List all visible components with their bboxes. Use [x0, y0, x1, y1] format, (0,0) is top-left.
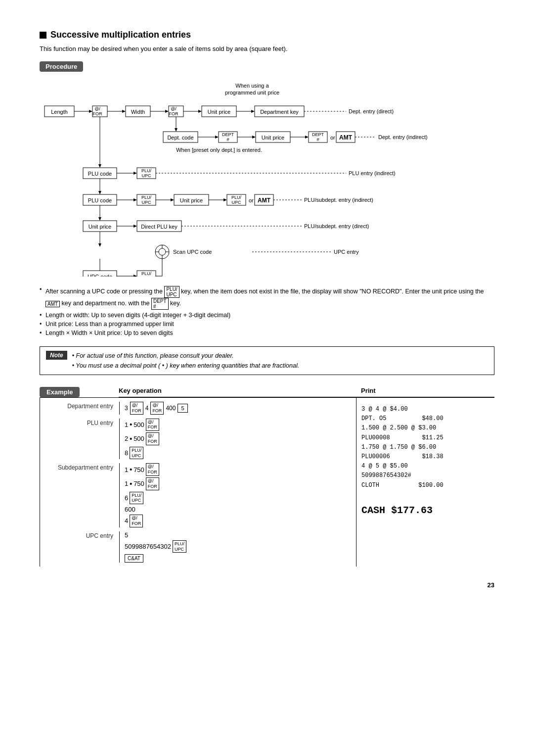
print-area: 3 @ 4 @ $4.00 DPT. O5 $48.00 1.500 @ 2.5…	[361, 402, 490, 521]
svg-text:or: or	[330, 135, 335, 141]
s750a: 750	[134, 466, 144, 473]
svg-text:Dept. code: Dept. code	[167, 135, 193, 141]
upc-entry-group: UPC entry 5 5099887654302 PLU/UPC C&AT	[45, 531, 351, 563]
svg-text:Unit price: Unit price	[180, 197, 203, 203]
svg-text:DEPT: DEPT	[312, 132, 324, 137]
plu-key-row-3: 8 PLU/UPC	[125, 447, 159, 460]
dot-4: •	[130, 480, 132, 488]
svg-marker-68	[134, 198, 137, 201]
upc-row-3: C&AT	[125, 554, 186, 563]
dept-entry-label: Department entry	[45, 402, 119, 410]
flowchart-svg: When using a programmed unit price Lengt…	[40, 79, 485, 277]
btn-5: 5	[178, 404, 187, 413]
subdept-entry-group: Subdepartment entry 1 • 750 @/FOR 1 • 75…	[45, 463, 351, 527]
upc-row-2: 5099887654302 PLU/UPC	[125, 540, 186, 553]
svg-marker-38	[252, 136, 256, 139]
sub-row-5: 4 @/FOR	[125, 515, 159, 527]
svg-text:@/: @/	[171, 106, 177, 111]
svg-text:UPC: UPC	[231, 200, 241, 205]
s1b: 1	[125, 480, 128, 487]
print-line-1: 3 @ 4 @ $4.00	[361, 405, 490, 414]
print-line-6: PLU00006 $18.38	[361, 452, 490, 462]
flowchart-area: When using a programmed unit price Lengt…	[40, 79, 494, 278]
svg-marker-77	[223, 198, 227, 201]
print-line-5: 1.750 @ 1.750 @ $6.00	[361, 443, 490, 452]
procedure-badge: Procedure	[40, 61, 83, 72]
svg-text:Direct PLU key: Direct PLU key	[141, 224, 178, 230]
svg-marker-73	[171, 198, 174, 201]
dot-2: •	[130, 435, 132, 443]
s1: 1	[125, 466, 128, 473]
svg-text:PLU/: PLU/	[141, 271, 152, 276]
svg-text:PLU/: PLU/	[141, 168, 152, 173]
note-box: Note • For actual use of this function, …	[40, 346, 494, 375]
btn-for-6: @/FOR	[146, 477, 159, 490]
btn-for-2: @/FOR	[150, 402, 164, 415]
print-line-2: DPT. O5 $48.00	[361, 414, 490, 424]
sub-row-3: 6 PLU/UPC	[125, 492, 159, 505]
svg-text:PLU code: PLU code	[88, 171, 112, 177]
k2: 2	[125, 435, 128, 442]
example-badge: Example	[40, 387, 80, 397]
dept-entry-group: Department entry 3 @/FOR 4 @/FOR 400 5	[45, 402, 351, 415]
print-col: 3 @ 4 @ $4.00 DPT. O5 $48.00 1.500 @ 2.5…	[356, 397, 494, 567]
svg-text:Length: Length	[51, 109, 68, 115]
sub-row-1: 1 • 750 @/FOR	[125, 463, 159, 476]
btn-plu-2: PLU/UPC	[130, 492, 143, 505]
example-cols: Department entry 3 @/FOR 4 @/FOR 400 5	[40, 397, 494, 567]
svg-text:UPC entry: UPC entry	[334, 249, 359, 255]
svg-text:Department key: Department key	[260, 109, 299, 115]
svg-text:PLU/: PLU/	[141, 195, 152, 200]
svg-text:When [preset only dept.] is en: When [preset only dept.] is entered.	[176, 147, 262, 153]
svg-text:UPC code: UPC code	[88, 274, 112, 277]
dot-3: •	[130, 466, 132, 473]
example-header-row: Example Key operation Print	[40, 387, 494, 397]
svg-text:AMT: AMT	[339, 134, 353, 141]
btn-plu-3: PLU/UPC	[173, 540, 186, 553]
note-badge: Note	[46, 351, 67, 360]
svg-text:FOR: FOR	[169, 111, 178, 116]
svg-text:DEPT: DEPT	[222, 132, 234, 137]
print-line-8: 5099887654302#	[361, 471, 490, 480]
key-400: 400	[166, 405, 176, 412]
plu-key-row-1: 1 • 500 @/FOR	[125, 419, 159, 431]
svg-text:Unit price: Unit price	[89, 224, 111, 230]
dept-key-row-1: 3 @/FOR 4 @/FOR 400 5	[125, 402, 188, 415]
note-content: • For actual use of this function, pleas…	[72, 351, 299, 371]
subdept-entry-label: Subdepartment entry	[45, 463, 119, 471]
upc-entry-keys: 5 5099887654302 PLU/UPC C&AT	[119, 531, 186, 563]
svg-text:FOR: FOR	[93, 111, 102, 116]
svg-text:Scan UPC code: Scan UPC code	[173, 249, 212, 255]
section-title: Successive multiplication entries	[40, 30, 494, 40]
svg-text:Width: Width	[131, 109, 145, 115]
col-header-keyop: Key operation	[119, 387, 356, 397]
s4: 4	[125, 517, 128, 524]
subtitle: This function may be desired when you en…	[40, 45, 494, 52]
note-item-2: • You must use a decimal point ( • ) key…	[72, 361, 299, 371]
key-operation-col: Department entry 3 @/FOR 4 @/FOR 400 5	[40, 397, 356, 567]
u-barcode: 5099887654302	[125, 543, 171, 550]
svg-marker-10	[122, 110, 126, 113]
svg-text:PLU/subdept. entry (direct): PLU/subdept. entry (direct)	[304, 223, 369, 229]
svg-marker-53	[98, 164, 101, 168]
btn-for-7: @/FOR	[130, 515, 143, 527]
plu-key-row-2: 2 • 500 @/FOR	[125, 432, 159, 445]
page-number: 23	[40, 581, 494, 589]
svg-marker-33	[215, 136, 219, 139]
btn-cat: C&AT	[125, 554, 143, 563]
subdept-entry-keys: 1 • 750 @/FOR 1 • 750 @/FOR 6	[119, 463, 159, 527]
svg-point-101	[159, 248, 166, 255]
svg-text:#: #	[226, 137, 229, 142]
svg-text:PLU entry (indirect): PLU entry (indirect)	[349, 170, 396, 176]
print-cash-line: CASH $177.63	[361, 503, 490, 519]
example-section: Example Key operation Print Department e…	[40, 387, 494, 567]
print-line-blank	[361, 490, 490, 500]
upc-entry-label: UPC entry	[45, 531, 119, 539]
dot-1: •	[130, 421, 132, 428]
k1: 1	[125, 421, 128, 428]
svg-text:@/: @/	[94, 106, 100, 111]
note-4: Length × Width × Unit price: Up to seven…	[40, 330, 494, 336]
svg-text:Dept. entry (indirect): Dept. entry (indirect)	[378, 134, 428, 140]
plu-entry-label: PLU entry	[45, 419, 119, 426]
col-header-label: Example	[40, 387, 119, 397]
